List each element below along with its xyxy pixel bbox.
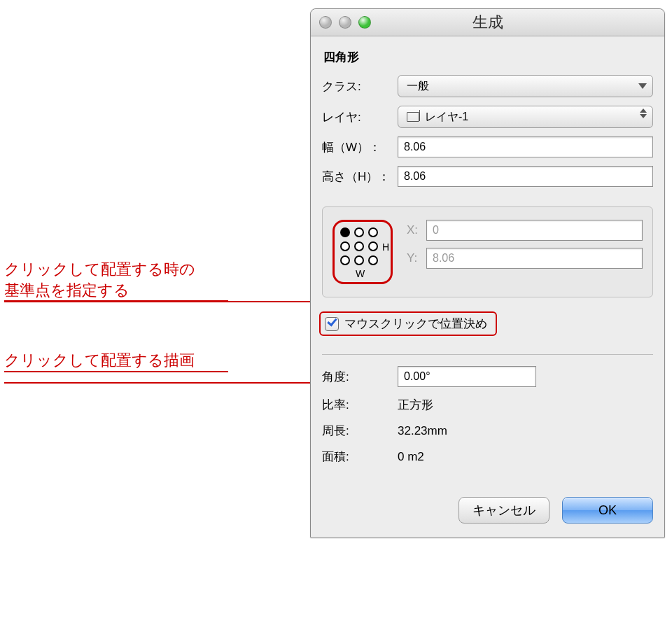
anchor-dot-4[interactable]: [354, 241, 364, 251]
class-selected: 一般: [407, 79, 429, 94]
anchor-dot-6[interactable]: [340, 255, 350, 265]
anchor-dot-3[interactable]: [340, 241, 350, 251]
create-dialog: 生成 四角形 クラス: 一般 レイヤ: レイヤ-1 幅（W）：: [310, 8, 665, 538]
mouse-click-checkbox[interactable]: [325, 317, 339, 331]
position-panel: H W X: Y:: [322, 206, 653, 297]
perimeter-value: 32.23mm: [398, 424, 447, 438]
cancel-button[interactable]: キャンセル: [458, 497, 550, 524]
layer-icon: [407, 112, 419, 122]
class-dropdown[interactable]: 一般: [398, 75, 653, 97]
section-title: 四角形: [323, 49, 653, 65]
annotation-checkbox: クリックして配置する描画: [4, 350, 228, 372]
close-icon[interactable]: [319, 16, 332, 29]
height-input[interactable]: [398, 166, 653, 187]
anchor-dot-1[interactable]: [354, 227, 364, 237]
annotation-leader-line: [4, 382, 316, 384]
anchor-dot-7[interactable]: [354, 255, 364, 265]
window-titlebar: 生成: [311, 9, 664, 36]
stepper-icon: [640, 108, 647, 118]
height-label: 高さ（H）：: [322, 169, 398, 185]
area-label: 面積:: [322, 449, 398, 465]
width-input[interactable]: [398, 136, 653, 157]
perimeter-label: 周長:: [322, 423, 398, 439]
mouse-click-mode-row[interactable]: マウスクリックで位置決め: [319, 311, 497, 336]
angle-label: 角度:: [322, 369, 398, 385]
annotation-text: クリックして配置する時の: [4, 260, 195, 278]
y-label: Y:: [407, 251, 426, 265]
width-label: 幅（W）：: [322, 139, 398, 155]
layer-dropdown[interactable]: レイヤ-1: [398, 106, 653, 128]
ratio-label: 比率:: [322, 397, 398, 413]
angle-input[interactable]: [398, 366, 536, 387]
annotation-text: 基準点を指定する: [4, 280, 228, 302]
anchor-w-label: W: [356, 268, 365, 279]
zoom-icon[interactable]: [358, 16, 371, 29]
area-value: 0 m2: [398, 450, 424, 464]
layer-label: レイヤ:: [322, 109, 398, 125]
annotation-leader-line: [4, 301, 330, 302]
chevron-down-icon: [638, 83, 647, 89]
anchor-point-picker[interactable]: H W: [332, 220, 393, 284]
anchor-dot-5[interactable]: [368, 241, 378, 251]
minimize-icon[interactable]: [339, 16, 351, 29]
annotation-text: クリックして配置する描画: [4, 350, 228, 372]
x-input: [426, 220, 643, 241]
anchor-dot-2[interactable]: [368, 227, 378, 237]
window-controls: [319, 16, 371, 29]
layer-selected: レイヤ-1: [425, 110, 468, 125]
anchor-dot-0[interactable]: [340, 227, 350, 237]
y-input: [426, 248, 643, 269]
mouse-click-label: マウスクリックで位置決め: [344, 316, 487, 332]
ratio-value: 正方形: [398, 397, 433, 413]
x-label: X:: [407, 223, 426, 237]
class-label: クラス:: [322, 78, 398, 94]
anchor-h-label: H: [382, 241, 389, 253]
annotation-anchor: クリックして配置する時の 基準点を指定する: [4, 259, 228, 302]
ok-button[interactable]: OK: [562, 497, 653, 524]
separator: [322, 354, 653, 355]
anchor-dot-8[interactable]: [368, 255, 378, 265]
